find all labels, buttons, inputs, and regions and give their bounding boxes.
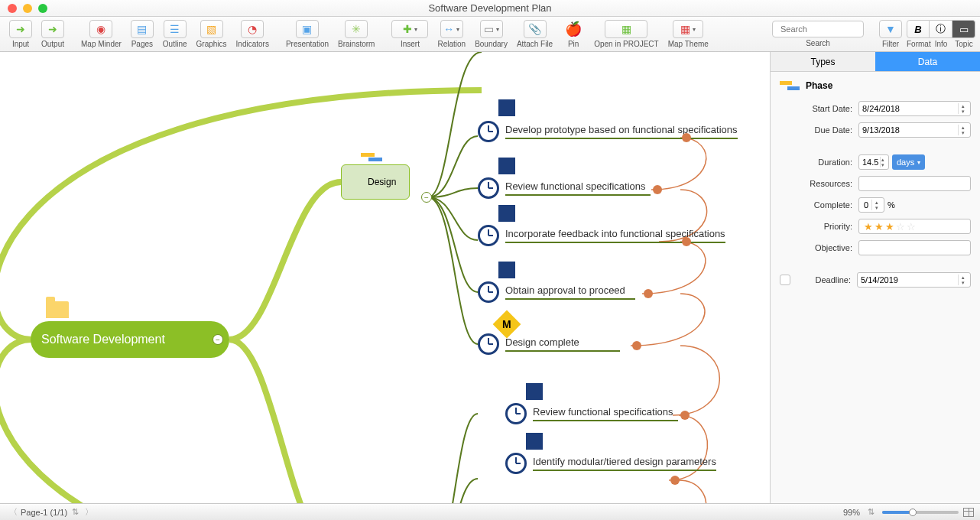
presentation-button[interactable]: ▣Presentation — [281, 18, 333, 51]
stepper-icon[interactable] — [871, 200, 881, 210]
zoom-value: 99% — [843, 508, 860, 517]
topic-node[interactable]: Obtain approval to proceed — [478, 281, 635, 303]
filter-button[interactable]: ▼Filter — [875, 18, 907, 51]
format-button[interactable]: B — [907, 20, 930, 38]
map-theme-button[interactable]: ▦Map Theme — [664, 18, 713, 51]
clock-icon — [526, 383, 543, 400]
svg-rect-7 — [787, 86, 800, 90]
indicators-button[interactable]: ◔Indicators — [232, 18, 274, 51]
page-stepper[interactable]: ⇅ — [72, 507, 79, 517]
clock-icon — [478, 333, 499, 355]
brainstorm-button[interactable]: ✳Brainstorm — [333, 18, 379, 51]
toolbar: ➜Input ➜Output ◉Map Minder ▤Pages ☰Outli… — [0, 17, 980, 52]
open-in-project-button[interactable]: ▦Open in PROJECT — [589, 18, 663, 51]
duration-input[interactable]: 14.5 — [858, 154, 889, 170]
star-icon[interactable]: ★ — [885, 221, 894, 232]
clock-icon — [498, 262, 515, 278]
relation-button[interactable]: ↔Relation — [433, 18, 470, 51]
star-icon[interactable]: ★ — [875, 221, 884, 232]
star-icon[interactable]: ☆ — [896, 221, 905, 232]
root-label: Software Development — [41, 333, 165, 346]
collapse-toggle[interactable]: − — [213, 334, 223, 345]
relation-endpoint-icon — [644, 289, 653, 298]
star-icon[interactable]: ☆ — [907, 221, 916, 232]
clock-icon — [478, 121, 499, 142]
clock-icon — [526, 433, 543, 450]
duration-label: Duration: — [780, 158, 852, 167]
search-label: Search — [806, 39, 830, 47]
deadline-label: Deadline: — [795, 275, 851, 284]
tab-types[interactable]: Types — [771, 52, 875, 72]
clock-icon — [498, 158, 515, 174]
complete-label: Complete: — [780, 200, 852, 210]
title-bar: Software Development Plan — [0, 0, 980, 17]
zoom-stepper[interactable]: ⇅ — [868, 507, 875, 517]
relation-endpoint-icon — [670, 476, 680, 485]
clock-icon — [348, 172, 368, 192]
boundary-button[interactable]: ▭Boundary — [470, 18, 512, 51]
next-page-button[interactable]: 〉 — [85, 506, 93, 518]
phase-header: Phase — [780, 80, 971, 92]
percent-label: % — [888, 200, 895, 210]
output-button[interactable]: ➜Output — [37, 18, 69, 51]
topic-label: Identify modular/tiered design parameter… — [533, 456, 716, 471]
topic-label: Review functional specifications — [533, 406, 678, 421]
clock-icon — [505, 403, 527, 424]
phase-label: Design — [368, 177, 396, 187]
collapse-toggle[interactable]: − — [421, 192, 432, 203]
objective-label: Objective: — [780, 243, 852, 252]
svg-rect-6 — [780, 81, 792, 85]
deadline-checkbox[interactable] — [780, 275, 790, 285]
phase-icon — [361, 150, 384, 162]
graphics-button[interactable]: ▧Graphics — [192, 18, 232, 51]
topic-label: Design complete — [505, 336, 620, 352]
prev-page-button[interactable]: 〈 — [9, 506, 18, 518]
resources-input[interactable] — [858, 176, 971, 191]
tab-data[interactable]: Data — [875, 52, 980, 72]
stepper-icon[interactable] — [958, 275, 967, 285]
objective-input[interactable] — [858, 240, 971, 255]
start-date-input[interactable]: 8/24/2018 — [858, 101, 971, 116]
relation-endpoint-icon — [680, 411, 690, 420]
page-indicator: Page-1 (1/1) — [21, 508, 67, 517]
priority-stars[interactable]: ★ ★ ★ ☆ ☆ — [858, 219, 971, 234]
map-minder-button[interactable]: ◉Map Minder — [76, 18, 126, 51]
resources-label: Resources: — [780, 179, 852, 188]
stepper-icon[interactable] — [958, 103, 967, 114]
mindmap-canvas[interactable]: Software Development − Design − Developm… — [0, 52, 770, 503]
svg-rect-2 — [361, 153, 375, 157]
due-date-input[interactable]: 9/13/2018 — [858, 122, 971, 138]
star-icon[interactable]: ★ — [864, 221, 873, 232]
complete-input[interactable]: 0 — [858, 197, 884, 213]
design-phase-node[interactable]: Design — [341, 164, 410, 200]
topic-node[interactable]: Identify modular/tiered design parameter… — [505, 453, 716, 474]
search-input[interactable] — [772, 21, 864, 37]
insert-button[interactable]: ✚Insert — [387, 18, 433, 51]
topic-node[interactable]: Design complete — [478, 333, 620, 355]
info-button[interactable]: ⓘ — [930, 20, 952, 38]
outline-button[interactable]: ☰Outline — [158, 18, 192, 51]
stepper-icon[interactable] — [958, 125, 967, 135]
pages-button[interactable]: ▤Pages — [126, 18, 158, 51]
relation-endpoint-icon — [653, 185, 662, 194]
pin-button[interactable]: 🍎Pin — [557, 18, 589, 51]
relation-endpoint-icon — [632, 341, 641, 350]
input-button[interactable]: ➜Input — [5, 18, 37, 51]
grid-icon[interactable] — [963, 508, 974, 517]
clock-icon — [478, 225, 499, 246]
clock-icon — [505, 453, 527, 474]
priority-label: Priority: — [780, 222, 852, 231]
topic-node[interactable]: Develop prototype based on functional sp… — [478, 121, 738, 142]
duration-unit-select[interactable]: days — [892, 154, 925, 170]
deadline-input[interactable]: 5/14/2019 — [857, 272, 971, 288]
folder-icon — [46, 301, 69, 318]
clock-icon — [498, 99, 515, 116]
zoom-slider[interactable] — [882, 511, 959, 514]
status-bar: 〈 Page-1 (1/1) ⇅ 〉 99% ⇅ — [0, 503, 980, 520]
stepper-icon[interactable] — [880, 157, 885, 167]
topic-node[interactable]: Review functional specifications — [478, 177, 651, 199]
root-topic[interactable]: Software Development — [31, 321, 229, 358]
topic-button[interactable]: ▭ — [952, 20, 975, 38]
attach-file-button[interactable]: 📎Attach File — [512, 18, 557, 51]
topic-node[interactable]: Review functional specifications — [505, 403, 678, 424]
